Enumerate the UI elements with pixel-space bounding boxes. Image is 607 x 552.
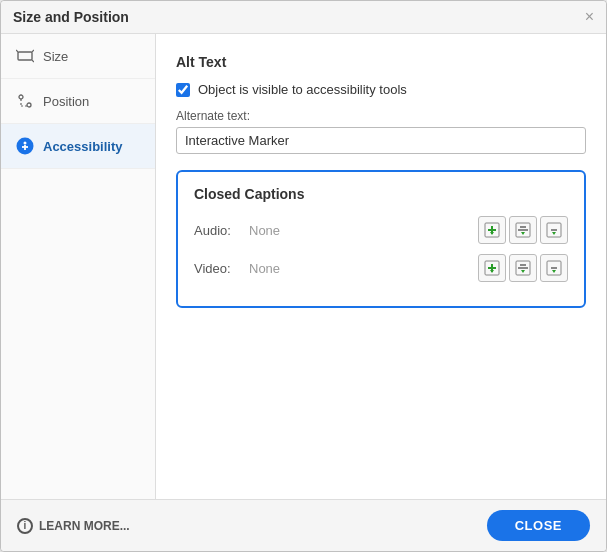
audio-label: Audio:: [194, 223, 249, 238]
sidebar-item-size[interactable]: Size: [1, 34, 155, 79]
svg-marker-33: [552, 270, 556, 273]
size-icon: [15, 46, 35, 66]
svg-marker-18: [521, 232, 525, 235]
svg-point-5: [27, 103, 31, 107]
visibility-checkbox-label: Object is visible to accessibility tools: [198, 82, 407, 97]
audio-edit-button[interactable]: [509, 216, 537, 244]
audio-buttons: [478, 216, 568, 244]
close-x-button[interactable]: ×: [585, 9, 594, 25]
alt-text-section-title: Alt Text: [176, 54, 586, 70]
learn-more-link[interactable]: i LEARN MORE...: [17, 518, 130, 534]
sidebar-item-size-label: Size: [43, 49, 68, 64]
svg-rect-30: [520, 264, 526, 266]
position-icon: [15, 91, 35, 111]
close-button[interactable]: CLOSE: [487, 510, 590, 541]
svg-point-4: [19, 95, 23, 99]
closed-captions-box: Closed Captions Audio: None: [176, 170, 586, 308]
svg-marker-15: [490, 232, 494, 235]
video-label: Video:: [194, 261, 249, 276]
video-caption-row: Video: None: [194, 254, 568, 282]
video-value: None: [249, 261, 478, 276]
svg-rect-0: [18, 52, 32, 60]
dialog-body: Size Position: [1, 34, 606, 499]
svg-rect-17: [518, 229, 528, 231]
audio-add-button[interactable]: [478, 216, 506, 244]
audio-caption-row: Audio: None: [194, 216, 568, 244]
svg-point-9: [24, 142, 27, 145]
svg-marker-26: [490, 270, 494, 273]
sidebar-item-accessibility[interactable]: Accessibility: [1, 124, 155, 169]
sidebar-item-accessibility-label: Accessibility: [43, 139, 123, 154]
visibility-checkbox[interactable]: [176, 83, 190, 97]
closed-captions-title: Closed Captions: [194, 186, 568, 202]
sidebar-item-position-label: Position: [43, 94, 89, 109]
sidebar: Size Position: [1, 34, 156, 499]
size-and-position-dialog: Size and Position × Size: [0, 0, 607, 552]
audio-remove-button[interactable]: [540, 216, 568, 244]
svg-line-1: [16, 50, 18, 52]
visibility-checkbox-row: Object is visible to accessibility tools: [176, 82, 586, 97]
video-remove-button[interactable]: [540, 254, 568, 282]
dialog-titlebar: Size and Position ×: [1, 1, 606, 34]
svg-rect-19: [520, 226, 526, 228]
main-content: Alt Text Object is visible to accessibil…: [156, 34, 606, 499]
svg-line-3: [32, 60, 34, 62]
accessibility-icon: [15, 136, 35, 156]
dialog-title: Size and Position: [13, 9, 129, 25]
video-buttons: [478, 254, 568, 282]
alternate-text-label: Alternate text:: [176, 109, 586, 123]
video-edit-button[interactable]: [509, 254, 537, 282]
svg-rect-28: [518, 267, 528, 269]
audio-value: None: [249, 223, 478, 238]
dialog-footer: i LEARN MORE... CLOSE: [1, 499, 606, 551]
svg-line-2: [32, 50, 34, 52]
learn-more-label: LEARN MORE...: [39, 519, 130, 533]
video-add-button[interactable]: [478, 254, 506, 282]
info-icon: i: [17, 518, 33, 534]
alternate-text-input[interactable]: [176, 127, 586, 154]
svg-marker-29: [521, 270, 525, 273]
sidebar-item-position[interactable]: Position: [1, 79, 155, 124]
svg-marker-22: [552, 232, 556, 235]
